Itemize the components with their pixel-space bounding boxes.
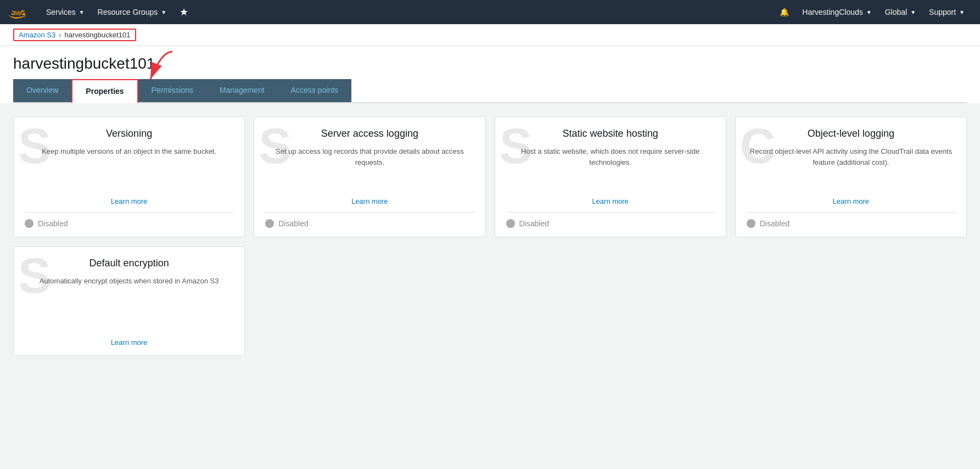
breadcrumb: Amazon S3 › harvestingbucket101: [13, 29, 136, 41]
server-logging-title: Server access logging: [265, 128, 474, 139]
tab-properties[interactable]: Properties: [71, 79, 138, 103]
card-divider: [265, 212, 474, 213]
support-chevron: ▼: [959, 9, 965, 15]
card-divider: [25, 212, 233, 213]
breadcrumb-bar: Amazon S3 › harvestingbucket101: [0, 24, 980, 46]
favorites-star[interactable]: ★: [173, 0, 195, 24]
page-title: harvestingbucket101: [13, 55, 967, 72]
status-dot: [506, 219, 515, 228]
card-divider: [747, 212, 955, 213]
region-menu[interactable]: Global ▼: [878, 0, 922, 24]
card-content: Default encryption Automatically encrypt…: [25, 258, 233, 347]
tab-management[interactable]: Management: [206, 79, 278, 102]
default-encryption-learn-more[interactable]: Learn more: [25, 338, 233, 347]
page-header: harvestingbucket101 Overview Properties …: [0, 46, 980, 103]
server-logging-status: Disabled: [265, 219, 474, 228]
static-hosting-status: Disabled: [506, 219, 715, 228]
object-logging-status: Disabled: [747, 219, 955, 228]
support-label: Support: [929, 8, 956, 16]
static-hosting-card: S Static website hosting Host a static w…: [495, 116, 726, 237]
cards-row-1: S Versioning Keep multiple versions of a…: [13, 116, 967, 237]
server-logging-card: S Server access logging Set up access lo…: [254, 116, 485, 237]
cards-row-2: S Default encryption Automatically encry…: [13, 246, 967, 356]
nav-right: 🔔 HarvestingClouds ▼ Global ▼ Support ▼: [773, 0, 971, 24]
resource-groups-chevron: ▼: [161, 9, 166, 15]
versioning-card: S Versioning Keep multiple versions of a…: [13, 116, 245, 237]
user-menu[interactable]: HarvestingClouds ▼: [796, 0, 878, 24]
static-hosting-title: Static website hosting: [506, 128, 715, 139]
region-label: Global: [885, 8, 907, 16]
card-content: Static website hosting Host a static web…: [506, 128, 715, 228]
status-text: Disabled: [278, 219, 308, 228]
server-logging-learn-more[interactable]: Learn more: [265, 197, 474, 205]
versioning-learn-more[interactable]: Learn more: [25, 197, 233, 205]
object-logging-desc: Record object-level API activity using t…: [747, 146, 955, 193]
card-divider: [506, 212, 715, 213]
services-chevron: ▼: [79, 9, 85, 15]
region-chevron: ▼: [910, 9, 916, 15]
server-logging-desc: Set up access log records that provide d…: [265, 146, 474, 193]
status-text: Disabled: [519, 219, 549, 228]
bell-icon[interactable]: 🔔: [773, 0, 796, 24]
default-encryption-card: S Default encryption Automatically encry…: [13, 246, 245, 356]
support-menu[interactable]: Support ▼: [922, 0, 971, 24]
aws-logo[interactable]: [9, 4, 31, 20]
username-label: HarvestingClouds: [802, 8, 863, 16]
default-encryption-desc: Automatically encrypt objects when store…: [25, 276, 233, 334]
card-content: Server access logging Set up access log …: [265, 128, 474, 228]
breadcrumb-current: harvestingbucket101: [65, 31, 131, 39]
main-content: S Versioning Keep multiple versions of a…: [0, 103, 980, 369]
object-logging-title: Object-level logging: [747, 128, 955, 139]
status-dot: [265, 219, 274, 228]
services-menu[interactable]: Services ▼: [40, 0, 91, 24]
status-text: Disabled: [38, 219, 68, 228]
top-navigation: Services ▼ Resource Groups ▼ ★ 🔔 Harvest…: [0, 0, 980, 24]
breadcrumb-parent-link[interactable]: Amazon S3: [19, 31, 55, 39]
resource-groups-label: Resource Groups: [98, 8, 158, 16]
status-dot: [25, 219, 33, 228]
static-hosting-learn-more[interactable]: Learn more: [506, 197, 715, 205]
services-label: Services: [46, 8, 76, 16]
card-content: Versioning Keep multiple versions of an …: [25, 128, 233, 228]
breadcrumb-separator: ›: [59, 31, 61, 39]
tab-access-points[interactable]: Access points: [278, 79, 351, 102]
tabs-container: Overview Properties Permissions Manageme…: [13, 79, 967, 103]
versioning-title: Versioning: [25, 128, 233, 139]
arrow-container: Overview Properties Permissions Manageme…: [13, 79, 967, 103]
tab-permissions[interactable]: Permissions: [138, 79, 206, 102]
user-chevron: ▼: [866, 9, 872, 15]
status-dot: [747, 219, 755, 228]
default-encryption-title: Default encryption: [25, 258, 233, 269]
resource-groups-menu[interactable]: Resource Groups ▼: [91, 0, 173, 24]
status-text: Disabled: [760, 219, 789, 228]
versioning-desc: Keep multiple versions of an object in t…: [25, 146, 233, 193]
versioning-status: Disabled: [25, 219, 233, 228]
card-content: Object-level logging Record object-level…: [747, 128, 955, 228]
static-hosting-desc: Host a static website, which does not re…: [506, 146, 715, 193]
tab-overview[interactable]: Overview: [13, 79, 71, 102]
object-logging-learn-more[interactable]: Learn more: [747, 197, 955, 205]
object-logging-card: C Object-level logging Record object-lev…: [735, 116, 967, 237]
